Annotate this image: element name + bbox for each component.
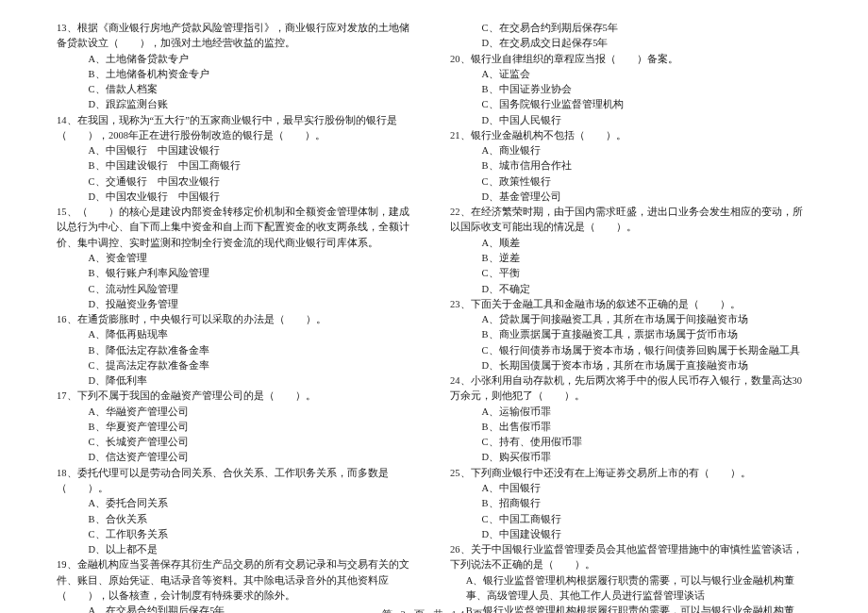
option-b: B、城市信用合作社 [482,158,811,174]
question-options: A、中国银行 中国建设银行 B、中国建设银行 中国工商银行 C、交通银行 中国农… [57,143,418,205]
question-options: A、银行业监督管理机构根据履行职责的需要，可以与银行业金融机构董事、高级管理人员… [450,573,811,613]
option-a: A、降低再贴现率 [89,327,418,342]
question-17: 17、下列不属于我国的金融资产管理公司的是（ ）。 A、华融资产管理公司 B、华… [57,389,418,465]
option-d: D、中国农业银行 中国银行 [89,190,418,205]
option-b: B、逆差 [482,251,811,266]
option-b: B、银行业监督管理机构根据履行职责的需要，可以与银行业金融机构董事、高级管理人员 [450,604,811,613]
option-b: B、华夏资产管理公司 [89,420,418,435]
option-a: A、证监会 [482,67,811,82]
option-a: A、贷款属于间接融资工具，其所在市场属于间接融资市场 [482,312,811,327]
option-c: C、提高法定存款准备金率 [89,358,418,373]
question-options: A、证监会 B、中国证券业协会 C、国务院银行业监督管理机构 D、中国人民银行 [450,67,811,128]
question-stem: 25、下列商业银行中还没有在上海证券交易所上市的有（ ）。 [450,466,811,481]
option-a: A、顺差 [482,236,811,251]
question-stem: 22、在经济繁荣时期，由于国内需求旺盛，进出口业务会发生相应的变动，所以国际收支… [450,205,811,236]
question-14: 14、在我国，现称为“五大行”的五家商业银行中，最早实行股份制的银行是（ ），2… [57,113,418,206]
option-d: D、信达资产管理公司 [89,450,418,465]
option-d: D、基金管理公司 [482,190,811,205]
question-stem: 20、银行业自律组织的章程应当报（ ）备案。 [450,52,811,67]
option-b: B、降低法定存款准备金率 [89,343,418,358]
option-d: D、降低利率 [89,373,418,389]
option-a: A、中国银行 中国建设银行 [89,143,418,158]
question-stem: 26、关于中国银行业监督管理委员会其他监督管理措施中的审慎性监管谈话，下列说法不… [450,542,811,573]
question-stem: 18、委托代理可以是劳动合同关系、合伙关系、工作职务关系，而多数是（ ）。 [57,466,418,497]
option-b: B、合伙关系 [89,512,418,527]
option-b: B、土地储备机构资金专户 [89,67,418,82]
question-options: A、委托合同关系 B、合伙关系 C、工作职务关系 D、以上都不是 [57,496,418,557]
option-a: A、委托合同关系 [89,496,418,511]
question-options: A、商业银行 B、城市信用合作社 C、政策性银行 D、基金管理公司 [450,143,811,205]
question-21: 21、银行业金融机构不包括（ ）。 A、商业银行 B、城市信用合作社 C、政策性… [450,128,811,205]
option-d: D、在交易成交日起保存5年 [482,36,811,51]
question-19: 19、金融机构应当妥善保存其衍生产品交易的所有交易记录和与交易有关的文件、账目、… [57,557,418,613]
option-b: B、商业票据属于直接融资工具，票据市场属于货币市场 [482,327,811,342]
option-a: A、商业银行 [482,143,811,158]
option-d: D、中国人民银行 [482,113,811,128]
question-options: A、中国银行 B、招商银行 C、中国工商银行 D、中国建设银行 [450,481,811,542]
option-c: C、工作职务关系 [89,527,418,542]
option-d: D、长期国债属于资本市场，其所在市场属于直接融资市场 [482,358,811,373]
option-d: D、中国建设银行 [482,527,811,542]
question-19-cont: C、在交易合约到期后保存5年 D、在交易成交日起保存5年 [450,21,811,52]
option-c: C、交通银行 中国农业银行 [89,174,418,190]
option-a: A、土地储备贷款专户 [89,52,418,67]
option-c: C、在交易合约到期后保存5年 [482,21,811,36]
option-c: C、中国工商银行 [482,512,811,527]
option-b: B、中国证券业协会 [482,82,811,97]
option-b: B、银行账户利率风险管理 [89,266,418,281]
question-stem: 13、根据《商业银行房地产贷款风险管理指引》，商业银行应对发放的土地储备贷款设立… [57,21,418,52]
question-16: 16、在通货膨胀时，中央银行可以采取的办法是（ ）。 A、降低再贴现率 B、降低… [57,312,418,389]
question-stem: 15、（ ）的核心是建设内部资金转移定价机制和全额资金管理体制，建成以总行为中心… [57,205,418,251]
page-body: 13、根据《商业银行房地产贷款风险管理指引》，商业银行应对发放的土地储备贷款设立… [0,0,868,605]
option-a: A、在交易合约到期后保存5年 [89,604,418,613]
question-20: 20、银行业自律组织的章程应当报（ ）备案。 A、证监会 B、中国证券业协会 C… [450,52,811,128]
option-c: C、平衡 [482,266,811,281]
option-c: C、流动性风险管理 [89,282,418,297]
question-24: 24、小张利用自动存款机，先后两次将手中的假人民币存入银行，数量高达30万余元，… [450,373,811,466]
question-26: 26、关于中国银行业监督管理委员会其他监督管理措施中的审慎性监管谈话，下列说法不… [450,542,811,613]
question-18: 18、委托代理可以是劳动合同关系、合伙关系、工作职务关系，而多数是（ ）。 A、… [57,466,418,558]
question-25: 25、下列商业银行中还没有在上海证券交易所上市的有（ ）。 A、中国银行 B、招… [450,466,811,542]
question-options: A、在交易合约到期后保存5年 B、在交易成交日起保存3年 [57,604,418,613]
option-c: C、持有、使用假币罪 [482,435,811,450]
question-stem: 21、银行业金融机构不包括（ ）。 [450,128,811,143]
question-options: A、华融资产管理公司 B、华夏资产管理公司 C、长城资产管理公司 D、信达资产管… [57,405,418,466]
option-b: B、招商银行 [482,496,811,511]
right-column: C、在交易合约到期后保存5年 D、在交易成交日起保存5年 20、银行业自律组织的… [450,21,811,605]
option-b: B、出售假币罪 [482,420,811,435]
question-options: A、运输假币罪 B、出售假币罪 C、持有、使用假币罪 D、购买假币罪 [450,405,811,466]
question-options: A、顺差 B、逆差 C、平衡 D、不确定 [450,236,811,297]
option-a: A、资金管理 [89,251,418,266]
question-options: A、土地储备贷款专户 B、土地储备机构资金专户 C、借款人档案 D、跟踪监测台账 [57,52,418,113]
question-22: 22、在经济繁荣时期，由于国内需求旺盛，进出口业务会发生相应的变动，所以国际收支… [450,205,811,297]
question-options: C、在交易合约到期后保存5年 D、在交易成交日起保存5年 [450,21,811,52]
option-a: A、华融资产管理公司 [89,405,418,420]
option-c: C、借款人档案 [89,82,418,97]
option-d: D、投融资业务管理 [89,297,418,312]
question-options: A、降低再贴现率 B、降低法定存款准备金率 C、提高法定存款准备金率 D、降低利… [57,327,418,389]
option-d: D、跟踪监测台账 [89,97,418,112]
question-stem: 19、金融机构应当妥善保存其衍生产品交易的所有交易记录和与交易有关的文件、账目、… [57,557,418,604]
option-d: D、以上都不是 [89,542,418,557]
option-c: C、国务院银行业监督管理机构 [482,97,811,112]
question-stem: 17、下列不属于我国的金融资产管理公司的是（ ）。 [57,389,418,404]
option-d: D、购买假币罪 [482,450,811,465]
question-stem: 14、在我国，现称为“五大行”的五家商业银行中，最早实行股份制的银行是（ ），2… [57,113,418,144]
question-stem: 16、在通货膨胀时，中央银行可以采取的办法是（ ）。 [57,312,418,327]
option-d: D、不确定 [482,282,811,297]
option-c: C、政策性银行 [482,174,811,190]
question-13: 13、根据《商业银行房地产贷款风险管理指引》，商业银行应对发放的土地储备贷款设立… [57,21,418,113]
question-23: 23、下面关于金融工具和金融市场的叙述不正确的是（ ）。 A、贷款属于间接融资工… [450,297,811,373]
option-c: C、银行间债券市场属于资本市场，银行间债券回购属于长期金融工具 [482,343,811,358]
question-stem: 24、小张利用自动存款机，先后两次将手中的假人民币存入银行，数量高达30万余元，… [450,373,811,405]
question-15: 15、（ ）的核心是建设内部资金转移定价机制和全额资金管理体制，建成以总行为中心… [57,205,418,312]
left-column: 13、根据《商业银行房地产贷款风险管理指引》，商业银行应对发放的土地储备贷款设立… [57,21,418,605]
option-a: A、运输假币罪 [482,405,811,420]
question-stem: 23、下面关于金融工具和金融市场的叙述不正确的是（ ）。 [450,297,811,312]
option-b: B、中国建设银行 中国工商银行 [89,158,418,174]
option-c: C、长城资产管理公司 [89,435,418,450]
option-a: A、中国银行 [482,481,811,496]
question-options: A、贷款属于间接融资工具，其所在市场属于间接融资市场 B、商业票据属于直接融资工… [450,312,811,373]
option-a: A、银行业监督管理机构根据履行职责的需要，可以与银行业金融机构董事、高级管理人员… [450,573,811,605]
question-options: A、资金管理 B、银行账户利率风险管理 C、流动性风险管理 D、投融资业务管理 [57,251,418,312]
